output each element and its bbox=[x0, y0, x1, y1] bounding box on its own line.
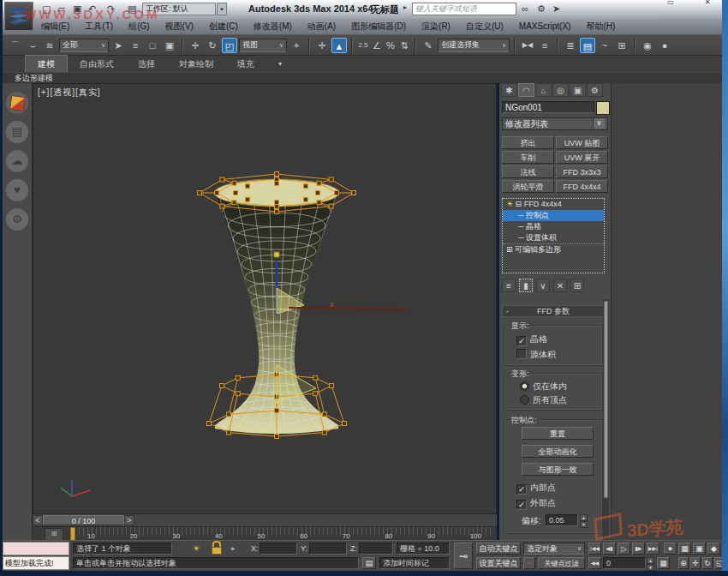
stack-row-lattice[interactable]: ─ 晶格 bbox=[503, 221, 604, 232]
select-and-scale-icon[interactable]: ◰ bbox=[222, 38, 237, 53]
layer-anim-icon[interactable]: ◆ bbox=[707, 543, 720, 555]
material-editor-icon[interactable]: ◉ bbox=[640, 38, 655, 53]
tree-expand-icon[interactable]: ⊟ bbox=[516, 200, 522, 208]
pan-hand-icon[interactable]: ✛ bbox=[690, 557, 701, 569]
remove-modifier-icon[interactable]: ✕ bbox=[553, 279, 567, 292]
stack-row-control-points[interactable]: ─ 控制点 bbox=[503, 210, 604, 221]
ribbon-tab-modeling[interactable]: 建模 bbox=[25, 55, 68, 72]
frame-spinner[interactable]: ▲▼ bbox=[647, 557, 654, 569]
modifier-button-ffd4[interactable]: FFD 4x4x4 bbox=[556, 180, 608, 193]
angle-snap-icon[interactable]: ∠ bbox=[371, 38, 383, 53]
mirror-icon[interactable]: ▶◀ bbox=[520, 38, 535, 53]
outside-points-checkbox[interactable]: ✓外部点 bbox=[516, 497, 556, 510]
close-window-icon[interactable]: ✕ bbox=[695, 0, 720, 6]
menu-views[interactable]: 视图(V) bbox=[158, 19, 201, 34]
workspace-dropdown-icon[interactable]: ▾ bbox=[217, 3, 227, 15]
align-icon[interactable]: ≡ bbox=[537, 38, 552, 53]
rectangular-region-icon[interactable]: □ bbox=[145, 38, 160, 53]
panel-scrollbar[interactable] bbox=[603, 299, 609, 540]
offset-spinner[interactable]: ▲▼ bbox=[580, 514, 588, 526]
orbit-icon[interactable]: ↻ bbox=[702, 557, 713, 569]
time-slider-handle[interactable]: 0 / 100 bbox=[43, 515, 124, 525]
reference-coordinate-dropdown[interactable]: 视图∨ bbox=[239, 39, 287, 52]
stack-row-editable-poly[interactable]: ⊞ 可编辑多边形 bbox=[503, 243, 604, 255]
conform-to-shape-button[interactable]: 与图形一致 bbox=[522, 463, 594, 476]
tab-utilities-icon[interactable]: ⚙ bbox=[587, 83, 603, 97]
listener-output[interactable]: 模型加载完成! bbox=[3, 556, 69, 570]
plugin-cube-button[interactable] bbox=[6, 92, 28, 114]
selection-filter-dropdown[interactable]: 全部∨ bbox=[59, 39, 109, 52]
menu-animation[interactable]: 动画(A) bbox=[300, 19, 343, 34]
keyboard-shortcut-override-icon[interactable]: ▲ bbox=[331, 38, 347, 53]
y-coordinate-field[interactable] bbox=[309, 543, 347, 555]
search-expand-icon[interactable]: ▸ bbox=[403, 3, 407, 11]
auto-key-button[interactable]: 自动关键点 bbox=[476, 543, 521, 555]
help-tools-icon[interactable]: ⚙ bbox=[537, 3, 546, 15]
make-unique-icon[interactable]: ∨ bbox=[536, 279, 550, 292]
schematic-view-icon[interactable]: ⊞ bbox=[614, 38, 630, 53]
tab-motion-icon[interactable]: ◎ bbox=[552, 83, 569, 97]
percent-snap-icon[interactable]: % bbox=[385, 38, 397, 53]
select-and-rotate-icon[interactable]: ↻ bbox=[205, 38, 220, 53]
curve-editor-icon[interactable]: ~ bbox=[597, 38, 612, 53]
ribbon-toggle-icon[interactable]: ▤ bbox=[580, 38, 595, 53]
maxscript-mini-listener[interactable] bbox=[3, 542, 69, 555]
tab-modify-icon[interactable]: ◠ bbox=[518, 83, 534, 97]
all-vertices-radio[interactable]: 所有顶点 bbox=[520, 394, 567, 406]
maximize-window-icon[interactable]: ▭ bbox=[658, 0, 683, 6]
spinner-snap-icon[interactable]: ⇅ bbox=[398, 38, 410, 53]
window-crossing-icon[interactable]: ▣ bbox=[162, 38, 177, 53]
stack-row-ffd[interactable]: ☀ ⊟ FFD 4x4x4 bbox=[503, 199, 604, 210]
previous-frame-icon[interactable]: < bbox=[33, 515, 43, 525]
object-color-swatch[interactable] bbox=[596, 101, 610, 115]
ribbon-tab-populate[interactable]: 填充 bbox=[225, 56, 266, 72]
modifier-stack[interactable]: ☀ ⊟ FFD 4x4x4 ─ 控制点 ─ 晶格 ─ 设置体积 ⊞ 可编辑多边形 bbox=[502, 198, 605, 273]
perspective-viewport[interactable]: [+][透视][真实] bbox=[33, 83, 497, 514]
new-key-curve-icon[interactable]: ~ bbox=[523, 557, 535, 569]
plugin-favorites-button[interactable]: ♥ bbox=[6, 179, 28, 201]
selection-set-dropdown[interactable]: 选定对象∨ bbox=[523, 543, 585, 555]
animate-all-button[interactable]: 全部动画化 bbox=[522, 445, 594, 458]
tab-display-icon[interactable]: ▣ bbox=[570, 83, 586, 97]
ribbon-minimize-icon[interactable]: ▾ bbox=[266, 56, 294, 72]
select-object-icon[interactable]: ➤ bbox=[110, 38, 126, 53]
time-configuration-icon[interactable]: ▦ bbox=[657, 557, 670, 569]
lattice-checkbox[interactable]: ✓晶格 bbox=[516, 333, 547, 346]
object-name-field[interactable]: NGon001 bbox=[502, 101, 594, 113]
configure-modifier-sets-icon[interactable]: ⊞ bbox=[570, 279, 584, 292]
zoom-extents-icon[interactable]: ⊕ bbox=[678, 557, 689, 569]
communication-center-icon[interactable]: ➤ bbox=[552, 3, 560, 15]
menu-rendering[interactable]: 渲染(R) bbox=[414, 19, 458, 34]
reset-button[interactable]: 重置 bbox=[522, 427, 594, 440]
menu-customize[interactable]: 自定义(U) bbox=[458, 19, 511, 34]
render-setup-icon[interactable]: ● bbox=[657, 38, 672, 53]
modifier-button-uvw-map[interactable]: UVW 贴图 bbox=[556, 136, 608, 149]
search-input[interactable]: 键入关键字或短语 bbox=[412, 3, 516, 15]
add-time-tag[interactable]: 添加时间标记 bbox=[379, 557, 450, 569]
snap-toggle-25-icon[interactable]: 2.5 bbox=[357, 38, 369, 53]
modifier-button-lathe[interactable]: 车削 bbox=[502, 151, 554, 164]
unlink-selection-icon[interactable]: ⌣ bbox=[25, 38, 40, 53]
z-coordinate-field[interactable] bbox=[359, 543, 393, 555]
plugin-cloud-button[interactable]: ☁ bbox=[6, 150, 28, 172]
tab-create-icon[interactable]: ✱ bbox=[501, 83, 517, 97]
menu-help[interactable]: 帮助(H) bbox=[578, 19, 623, 34]
set-key-button[interactable]: 设置关键点 bbox=[476, 557, 521, 569]
plugin-settings-button[interactable]: ⚙ bbox=[6, 208, 28, 231]
ribbon-panel-title[interactable]: 多边形建模 bbox=[15, 73, 53, 84]
menu-graph-editors[interactable]: 图形编辑器(D) bbox=[343, 19, 414, 34]
layer-manager-icon[interactable]: ≣ bbox=[563, 38, 578, 53]
key-filters-button[interactable]: 关键点过滤器... bbox=[538, 557, 585, 569]
modifier-list-dropdown[interactable]: ∨ 修改器列表 bbox=[502, 117, 608, 130]
mini-curve-editor-icon[interactable]: ⊞ bbox=[45, 528, 63, 541]
modifier-button-turbosmooth[interactable]: 涡轮平滑 bbox=[502, 180, 554, 193]
selection-lock-icon[interactable] bbox=[212, 541, 222, 555]
modifier-button-unwrap-uvw[interactable]: UVW 展开 bbox=[556, 151, 608, 164]
select-and-manipulate-icon[interactable]: ✛ bbox=[314, 38, 330, 53]
time-slider[interactable]: < 0 / 100 > bbox=[33, 514, 497, 526]
modifier-button-normal[interactable]: 法线 bbox=[502, 165, 554, 178]
isolate-bulb-icon[interactable]: ☀ bbox=[193, 543, 200, 555]
plugin-library-button[interactable]: ▤ bbox=[6, 121, 28, 143]
edit-named-selections-icon[interactable]: ✎ bbox=[421, 38, 436, 53]
show-end-result-icon[interactable]: ▮ bbox=[519, 279, 533, 292]
